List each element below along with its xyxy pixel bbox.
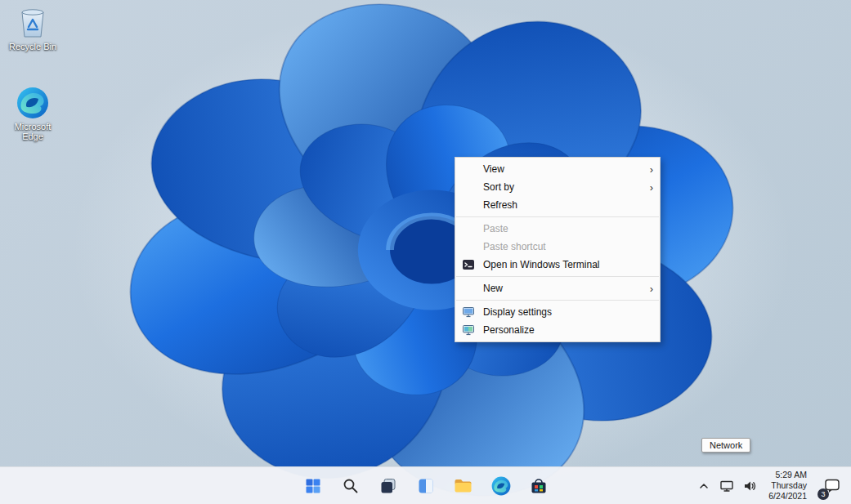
taskbar-system-tray: 5:29 AM Thursday 6/24/2021 3 bbox=[693, 467, 848, 504]
menu-separator bbox=[456, 276, 659, 277]
volume-tray-button[interactable] bbox=[739, 470, 760, 502]
search-button[interactable] bbox=[334, 470, 367, 502]
start-button[interactable] bbox=[297, 470, 329, 502]
chevron-right-icon: › bbox=[645, 283, 653, 294]
menu-item-display-settings[interactable]: Display settings bbox=[455, 303, 660, 321]
desktop-icon-microsoft-edge[interactable]: Microsoft Edge bbox=[7, 85, 59, 141]
recycle-bin-icon bbox=[7, 5, 59, 39]
personalize-icon bbox=[462, 323, 483, 337]
show-hidden-icons-button[interactable] bbox=[693, 470, 714, 502]
task-view-button[interactable] bbox=[372, 470, 405, 502]
file-explorer-button[interactable] bbox=[447, 470, 480, 502]
edge-logo-icon bbox=[7, 85, 59, 119]
taskbar: 5:29 AM Thursday 6/24/2021 3 bbox=[0, 466, 851, 504]
store-icon bbox=[529, 476, 549, 496]
speaker-icon bbox=[742, 479, 757, 493]
terminal-icon bbox=[462, 258, 483, 271]
clock-time: 5:29 AM bbox=[768, 470, 807, 480]
edge-icon bbox=[491, 476, 511, 496]
taskbar-clock[interactable]: 5:29 AM Thursday 6/24/2021 bbox=[762, 470, 815, 502]
folder-icon bbox=[453, 475, 473, 496]
menu-item-paste-shortcut: Paste shortcut bbox=[455, 238, 660, 256]
wallpaper-bloom bbox=[0, 0, 851, 504]
menu-separator bbox=[456, 300, 659, 301]
recycle-bin-label: Recycle Bin bbox=[7, 42, 59, 51]
chevron-right-icon: › bbox=[645, 164, 653, 175]
widgets-icon bbox=[416, 476, 436, 496]
network-tray-button[interactable] bbox=[716, 470, 737, 502]
microsoft-store-button[interactable] bbox=[522, 470, 555, 502]
task-view-icon bbox=[378, 476, 398, 496]
network-icon bbox=[719, 479, 734, 493]
edge-taskbar-button[interactable] bbox=[485, 470, 517, 502]
network-tooltip: Network bbox=[701, 438, 750, 453]
menu-item-personalize[interactable]: Personalize bbox=[455, 321, 660, 339]
windows-logo-icon bbox=[303, 476, 323, 496]
widgets-button[interactable] bbox=[410, 470, 442, 502]
clock-date: 6/24/2021 bbox=[768, 491, 807, 502]
menu-item-refresh[interactable]: Refresh bbox=[455, 196, 660, 214]
display-icon bbox=[462, 306, 483, 319]
notification-center-button[interactable]: 3 bbox=[817, 470, 848, 502]
desktop-context-menu: View › Sort by › Refresh Paste Paste sho… bbox=[455, 157, 661, 342]
menu-separator bbox=[456, 216, 659, 217]
edge-label: Microsoft Edge bbox=[7, 122, 59, 141]
search-icon bbox=[342, 477, 360, 495]
menu-item-sort-by[interactable]: Sort by › bbox=[455, 178, 660, 196]
menu-item-view[interactable]: View › bbox=[455, 160, 660, 178]
desktop-icon-recycle-bin[interactable]: Recycle Bin bbox=[7, 5, 59, 51]
chevron-up-icon bbox=[698, 480, 710, 492]
menu-item-paste: Paste bbox=[455, 220, 660, 238]
chevron-right-icon: › bbox=[645, 182, 653, 193]
windows-desktop[interactable]: Recycle Bin Microsoft Edge bbox=[0, 0, 851, 504]
menu-item-open-in-windows-terminal[interactable]: Open in Windows Terminal bbox=[455, 256, 660, 274]
clock-day: Thursday bbox=[768, 480, 807, 491]
notification-badge: 3 bbox=[817, 488, 829, 500]
menu-item-new[interactable]: New › bbox=[455, 279, 660, 297]
